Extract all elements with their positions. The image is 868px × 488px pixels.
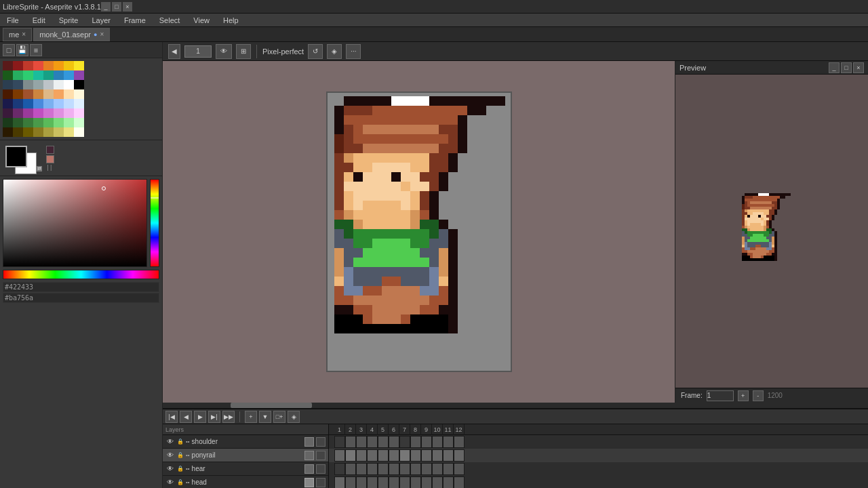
menu-edit[interactable]: Edit — [28, 15, 50, 26]
minimize-button[interactable]: _ — [101, 2, 111, 12]
palette-color-52[interactable] — [43, 118, 54, 127]
layer-row-head[interactable]: 👁 🔒 •• head — [163, 476, 328, 488]
eyedropper-button[interactable]: 👁 — [216, 44, 232, 59]
layer-lock-shoulder[interactable]: 🔒 — [177, 439, 184, 445]
fc-head-4[interactable] — [367, 476, 378, 488]
fc-head-11[interactable] — [443, 476, 454, 488]
menu-button[interactable]: ≡ — [30, 44, 42, 56]
fc-head-2[interactable] — [345, 476, 356, 488]
palette-color-5[interactable] — [54, 61, 64, 70]
fc-shoulder-8[interactable] — [410, 436, 421, 448]
palette-color-16[interactable] — [3, 80, 13, 89]
hue-slider[interactable] — [150, 179, 159, 267]
palette-color-61[interactable] — [54, 127, 64, 137]
palette-color-17[interactable] — [13, 80, 23, 89]
menu-file[interactable]: File — [3, 15, 23, 26]
fc-shoulder-5[interactable] — [378, 436, 389, 448]
grid-button[interactable]: ⊞ — [236, 44, 251, 59]
fc-head-8[interactable] — [410, 476, 421, 488]
palette-color-60[interactable] — [43, 127, 54, 137]
menu-select[interactable]: Select — [155, 15, 184, 26]
fc-hear-6[interactable] — [389, 463, 399, 475]
fc-ponyrail-6[interactable] — [389, 449, 399, 462]
fc-shoulder-7[interactable] — [399, 436, 410, 448]
prev-frame-button[interactable]: ◀ — [180, 411, 192, 423]
preview-frame-down[interactable]: - — [753, 390, 764, 401]
palette-color-15[interactable] — [74, 70, 84, 80]
palette-color-41[interactable] — [13, 108, 23, 118]
palette-color-32[interactable] — [3, 99, 13, 108]
menu-help[interactable]: Help — [219, 15, 243, 26]
canvas-scrollbar-h[interactable] — [163, 403, 868, 408]
palette-color-35[interactable] — [33, 99, 43, 108]
onion-button[interactable]: ◈ — [327, 44, 342, 59]
play-button[interactable]: ▶ — [194, 411, 206, 423]
palette-color-47[interactable] — [74, 108, 84, 118]
palette-color-26[interactable] — [23, 89, 33, 99]
palette-color-14[interactable] — [64, 70, 74, 80]
palette-color-62[interactable] — [64, 127, 74, 137]
fc-hear-3[interactable] — [356, 463, 367, 475]
menu-frame[interactable]: Frame — [120, 15, 150, 26]
maximize-button[interactable]: □ — [112, 2, 121, 12]
layer-options-button[interactable]: ▼ — [259, 411, 271, 423]
palette-color-12[interactable] — [43, 70, 54, 80]
fc-head-6[interactable] — [389, 476, 399, 488]
fc-hear-11[interactable] — [443, 463, 454, 475]
palette-color-4[interactable] — [43, 61, 54, 70]
fc-ponyrail-2[interactable] — [345, 449, 356, 462]
fc-shoulder-12[interactable] — [454, 436, 465, 448]
fc-ponyrail-1[interactable] — [334, 449, 345, 462]
fc-hear-5[interactable] — [378, 463, 389, 475]
palette-color-28[interactable] — [43, 89, 54, 99]
palette-color-56[interactable] — [3, 127, 13, 137]
palette-color-2[interactable] — [23, 61, 33, 70]
fc-head-1[interactable] — [334, 476, 345, 488]
fc-head-10[interactable] — [432, 476, 443, 488]
fc-shoulder-10[interactable] — [432, 436, 443, 448]
fc-shoulder-11[interactable] — [443, 436, 454, 448]
more-options-button[interactable]: ··· — [346, 44, 361, 59]
preview-frame-input[interactable] — [707, 390, 734, 401]
palette-color-10[interactable] — [23, 70, 33, 80]
layer-row-shoulder[interactable]: 👁 🔒 •• shoulder — [163, 435, 328, 449]
fc-head-9[interactable] — [421, 476, 432, 488]
fc-ponyrail-5[interactable] — [378, 449, 389, 462]
palette-color-19[interactable] — [33, 80, 43, 89]
layer-row-hear[interactable]: 👁 🔒 •• hear — [163, 462, 328, 476]
frame-tag-button[interactable]: ◈ — [288, 411, 300, 423]
fc-shoulder-1[interactable] — [334, 436, 345, 448]
palette-color-42[interactable] — [23, 108, 33, 118]
preview-minimize[interactable]: _ — [829, 62, 840, 73]
palette-color-7[interactable] — [74, 61, 84, 70]
palette-color-29[interactable] — [54, 89, 64, 99]
last-frame-button[interactable]: ▶▶ — [222, 411, 235, 423]
palette-color-9[interactable] — [13, 70, 23, 80]
sat-lum-box[interactable] — [3, 179, 147, 267]
preview-maximize[interactable]: □ — [841, 62, 852, 73]
fc-hear-2[interactable] — [345, 463, 356, 475]
palette-color-54[interactable] — [64, 118, 74, 127]
fc-shoulder-6[interactable] — [389, 436, 399, 448]
scrollbar-thumb[interactable] — [231, 403, 312, 408]
layer-row-ponyrail[interactable]: 👁 🔒 •• ponyrail — [163, 449, 328, 462]
spectrum-bar[interactable] — [3, 270, 159, 279]
palette-color-48[interactable] — [3, 118, 13, 127]
palette-color-46[interactable] — [64, 108, 74, 118]
menu-view[interactable]: View — [189, 15, 214, 26]
fc-hear-8[interactable] — [410, 463, 421, 475]
palette-color-1[interactable] — [13, 61, 23, 70]
palette-color-36[interactable] — [43, 99, 54, 108]
palette-color-3[interactable] — [33, 61, 43, 70]
palette-color-63[interactable] — [74, 127, 84, 137]
fc-head-12[interactable] — [454, 476, 465, 488]
palette-color-25[interactable] — [13, 89, 23, 99]
palette-color-40[interactable] — [3, 108, 13, 118]
first-frame-button[interactable]: |◀ — [165, 411, 178, 423]
preview-close[interactable]: × — [853, 62, 864, 73]
palette-color-27[interactable] — [33, 89, 43, 99]
palette-color-49[interactable] — [13, 118, 23, 127]
palette-color-43[interactable] — [33, 108, 43, 118]
add-layer-button[interactable]: + — [245, 411, 257, 423]
fc-ponyrail-7[interactable] — [399, 449, 410, 462]
